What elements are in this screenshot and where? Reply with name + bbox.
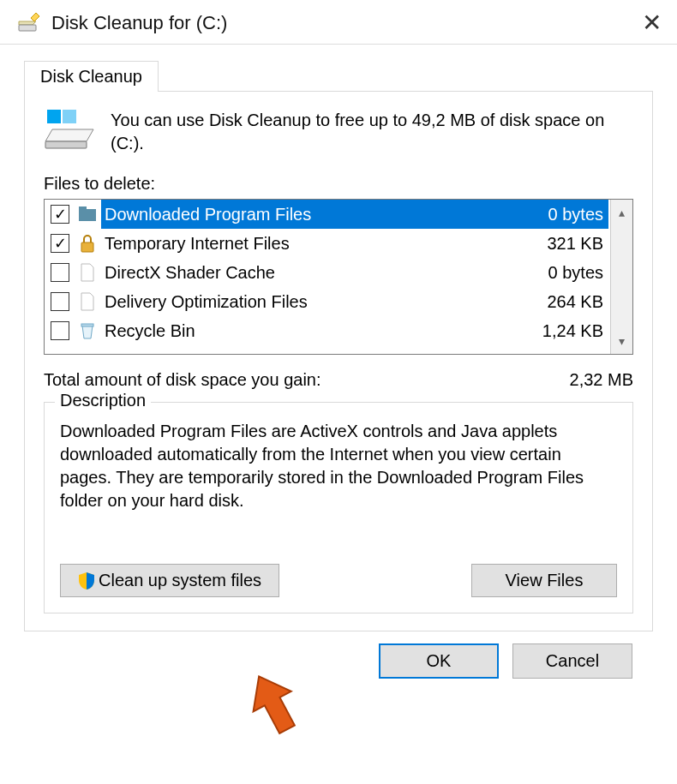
intro-section: You can use Disk Cleanup to free up to 4… (44, 109, 633, 155)
clean-up-system-files-button[interactable]: Clean up system files (60, 564, 279, 597)
scroll-track[interactable] (611, 225, 632, 328)
description-text: Downloaded Program Files are ActiveX con… (60, 420, 617, 542)
recycle-bin-icon (77, 320, 98, 341)
file-size: 0 bytes (542, 205, 603, 224)
window-title: Disk Cleanup for (C:) (51, 12, 627, 34)
file-name: Temporary Internet Files (105, 234, 540, 254)
total-value: 2,32 MB (570, 370, 633, 390)
button-label: Clean up system files (99, 571, 261, 590)
file-name: Delivery Optimization Files (105, 292, 540, 312)
checkbox[interactable] (51, 321, 69, 340)
svg-rect-6 (79, 206, 87, 211)
close-icon[interactable]: ✕ (627, 9, 662, 37)
scroll-up-icon[interactable]: ▴ (611, 200, 632, 225)
file-name: Recycle Bin (105, 321, 536, 341)
svg-rect-1 (47, 110, 61, 123)
checkbox[interactable]: ✓ (51, 234, 69, 253)
file-size: 264 KB (540, 292, 603, 312)
svg-marker-3 (45, 129, 93, 141)
shield-icon (78, 572, 95, 590)
cancel-button[interactable]: Cancel (512, 643, 632, 679)
file-list-item[interactable]: ✓ Downloaded Program Files0 bytes (45, 200, 610, 229)
tab-panel: You can use Disk Cleanup to free up to 4… (24, 91, 653, 631)
svg-rect-4 (45, 141, 87, 148)
footer-buttons: OK Cancel (24, 631, 653, 679)
checkbox[interactable] (51, 292, 69, 311)
svg-rect-0 (19, 25, 36, 31)
ok-button[interactable]: OK (379, 643, 499, 679)
svg-rect-8 (81, 324, 93, 326)
scroll-down-icon[interactable]: ▾ (611, 328, 632, 354)
page-icon (77, 262, 98, 283)
intro-text: You can use Disk Cleanup to free up to 4… (111, 109, 633, 155)
file-list-item[interactable]: Delivery Optimization Files264 KB (45, 287, 610, 316)
file-list-item[interactable]: Recycle Bin1,24 KB (45, 316, 610, 345)
file-name: DirectX Shader Cache (105, 263, 542, 283)
total-label: Total amount of disk space you gain: (44, 370, 570, 390)
scrollbar[interactable]: ▴ ▾ (610, 200, 632, 354)
lock-icon (77, 233, 98, 254)
svg-rect-2 (63, 110, 76, 123)
file-list-item[interactable]: ✓ Temporary Internet Files321 KB (45, 229, 610, 258)
svg-rect-5 (79, 209, 96, 221)
page-icon (77, 291, 98, 312)
drive-icon (44, 109, 95, 150)
folder-icon (77, 204, 98, 224)
checkbox[interactable] (51, 263, 69, 282)
file-size: 0 bytes (542, 263, 603, 283)
files-to-delete-label: Files to delete: (44, 174, 633, 194)
file-list: ✓ Downloaded Program Files0 bytes ✓ Temp… (44, 199, 633, 355)
dialog-content: Disk Cleanup You can use Disk Cleanup to… (0, 45, 677, 687)
file-size: 1,24 KB (536, 321, 603, 341)
description-group: Description Downloaded Program Files are… (44, 402, 633, 613)
file-list-item[interactable]: DirectX Shader Cache0 bytes (45, 258, 610, 287)
total-row: Total amount of disk space you gain: 2,3… (44, 370, 633, 390)
view-files-button[interactable]: View Files (471, 564, 617, 597)
checkbox[interactable]: ✓ (51, 205, 69, 224)
tab-disk-cleanup[interactable]: Disk Cleanup (24, 61, 159, 92)
svg-rect-7 (81, 242, 93, 252)
file-name: Downloaded Program Files (105, 205, 542, 224)
description-title: Description (55, 391, 151, 410)
disk-cleanup-icon (17, 11, 41, 35)
titlebar: Disk Cleanup for (C:) ✕ (0, 0, 677, 45)
file-size: 321 KB (540, 234, 603, 254)
